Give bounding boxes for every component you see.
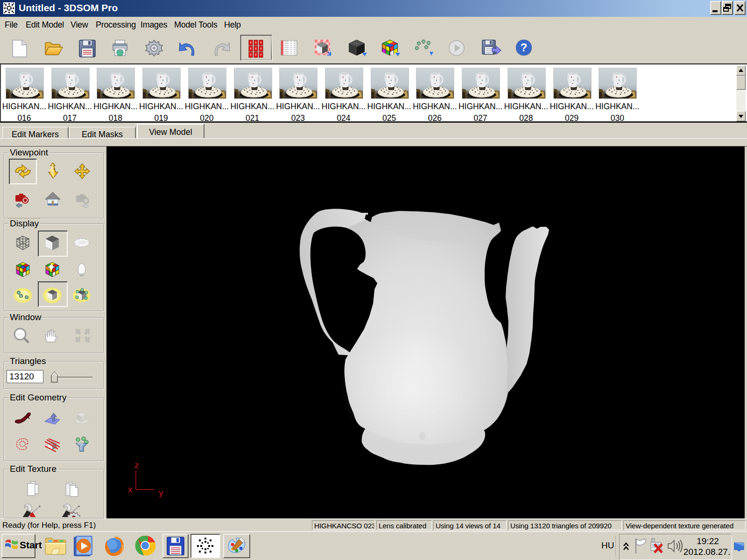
svg-text:z: z — [134, 460, 139, 470]
svg-text:y: y — [159, 488, 163, 497]
svg-text:?: ? — [521, 41, 528, 54]
svg-text:x: x — [128, 484, 133, 494]
